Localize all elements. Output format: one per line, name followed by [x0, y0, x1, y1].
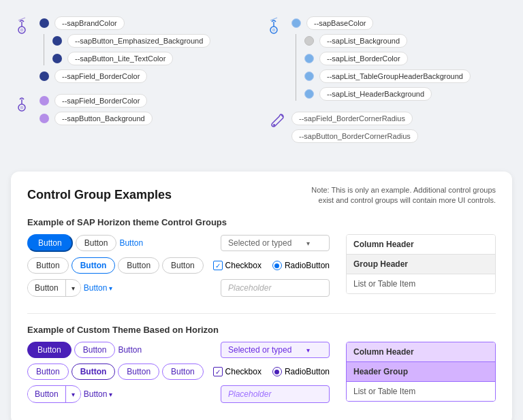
custom-section: Example of Custom Theme Based on Horizon… — [27, 325, 496, 408]
paint-icon-2 — [16, 94, 35, 113]
dot-btn-bg2 — [39, 114, 49, 123]
color-item-header-bg: --sapList_HeaderBackground — [304, 87, 471, 101]
paint-icon — [16, 16, 35, 35]
label-emphasized-bg: --sapButton_Emphasized_Background — [67, 34, 210, 48]
dropdown-arrow: ▾ — [306, 240, 310, 247]
custom-radio-button[interactable] — [272, 367, 282, 376]
color-item-brand: --sapBrandColor — [39, 16, 210, 30]
color-item-list-bg: --sapList_Background — [304, 34, 471, 48]
label-btn-bg2: --sapButton_Background — [54, 112, 153, 125]
horizon-btn-r2-2[interactable]: Button — [72, 257, 116, 274]
color-item-lite-text: --sapButton_Lite_TextColor — [52, 52, 210, 65]
custom-btn-row-2: Button Button Button Button ✓ Checkbox — [27, 364, 330, 380]
horizon-group-header: Group Header — [347, 255, 495, 274]
color-item-field-radius: --sapField_BorderCornerRadius — [291, 112, 418, 125]
custom-radio-label: RadioButton — [285, 367, 330, 376]
dot-emphasized-bg — [52, 36, 62, 46]
dot-base — [291, 18, 301, 28]
custom-btn-row-1: Button Button Button Selected or typed ▾ — [27, 342, 330, 358]
custom-dropdown-arrow: ▾ — [306, 346, 310, 354]
horizon-section: Example of SAP Horizon theme Control Gro… — [27, 217, 496, 302]
color-column-right: --sapBaseColor --sapList_Background --sa… — [268, 16, 507, 147]
custom-split-btn[interactable]: Button ▾ — [27, 385, 81, 403]
dot-list-bg — [304, 36, 314, 46]
radio-label: RadioButton — [285, 261, 330, 270]
split-arrow-icon[interactable]: ▾ — [66, 282, 80, 295]
dot-field-border2 — [39, 96, 49, 106]
custom-checkbox-label: Checkbox — [225, 367, 262, 376]
label-list-border: --sapList_BorderColor — [319, 52, 408, 65]
custom-placeholder-input[interactable]: Placeholder — [221, 385, 330, 403]
horizon-table: Column Header Group Header List or Table… — [346, 234, 496, 294]
wrench-icon — [268, 112, 287, 131]
custom-btn-outline-1[interactable]: Button — [74, 342, 116, 358]
custom-text-btn-arrow: ▾ — [109, 391, 112, 398]
dot-lite-text — [52, 54, 62, 63]
custom-btn-text-2[interactable]: Button ▾ — [84, 389, 113, 399]
horizon-btn-primary[interactable]: Button — [27, 234, 73, 252]
color-item-base: --sapBaseColor — [291, 16, 471, 30]
horizon-table-panel: Column Header Group Header List or Table… — [346, 234, 496, 302]
custom-btn-text-1[interactable]: Button — [118, 345, 142, 355]
color-item-emphasized-bg: --sapButton_Emphasized_Background — [52, 34, 210, 48]
note-text: Note: This is only an example. Additiona… — [305, 185, 496, 206]
custom-btn-r2-1[interactable]: Button — [27, 364, 69, 380]
horizon-section-title: Example of SAP Horizon theme Control Gro… — [27, 217, 496, 227]
split-btn-label[interactable]: Button — [28, 280, 65, 295]
custom-section-title: Example of Custom Theme Based on Horizon — [27, 325, 496, 335]
label-field-border2: --sapField_BorderColor — [54, 94, 147, 108]
label-field-radius: --sapField_BorderCornerRadius — [291, 112, 413, 125]
custom-btn-r2-2[interactable]: Button — [72, 364, 116, 380]
horizon-btn-text-2[interactable]: Button ▾ — [84, 283, 113, 293]
main-card: Control Group Examples Note: This is onl… — [11, 172, 512, 420]
check-icon: ✓ — [215, 262, 221, 270]
horizon-btn-text-1[interactable]: Button — [119, 238, 143, 248]
card-title: Control Group Examples — [27, 188, 172, 202]
custom-split-arrow-icon[interactable]: ▾ — [66, 388, 80, 401]
custom-split-label[interactable]: Button — [28, 387, 65, 402]
horizon-dropdown[interactable]: Selected or typed ▾ — [221, 235, 330, 251]
checkbox-label: Checkbox — [225, 261, 262, 270]
section-divider — [27, 313, 496, 314]
dot-header-bg — [304, 89, 314, 99]
paint-icon-3 — [268, 16, 287, 35]
horizon-split-btn[interactable]: Button ▾ — [27, 279, 81, 297]
custom-layout: Button Button Button Selected or typed ▾… — [27, 342, 496, 408]
custom-btn-row-3: Button ▾ Button ▾ Placeholder — [27, 385, 330, 403]
horizon-placeholder-input[interactable]: Placeholder — [221, 279, 330, 297]
custom-table-panel: Column Header Header Group List or Table… — [346, 342, 496, 408]
horizon-checkbox-row: ✓ Checkbox RadioButton — [213, 261, 330, 270]
custom-controls-left: Button Button Button Selected or typed ▾… — [27, 342, 330, 408]
label-btn-radius: --sapButton_BorderCornerRadius — [291, 129, 418, 143]
custom-table: Column Header Header Group List or Table… — [346, 342, 496, 402]
horizon-btn-r2-1[interactable]: Button — [27, 257, 69, 274]
svg-point-6 — [273, 124, 275, 126]
checkbox-box[interactable]: ✓ — [213, 261, 223, 270]
horizon-list-item: List or Table Item — [347, 274, 495, 293]
label-table-group-bg: --sapList_TableGroupHeaderBackground — [319, 69, 471, 83]
horizon-checkbox: ✓ Checkbox — [213, 261, 262, 270]
custom-btn-primary[interactable]: Button — [27, 342, 72, 358]
horizon-btn-row-3: Button ▾ Button ▾ Placeholder — [27, 279, 330, 297]
label-base: --sapBaseColor — [306, 16, 373, 30]
custom-checkbox: ✓ Checkbox — [213, 367, 262, 376]
radio-button[interactable] — [272, 261, 282, 270]
label-lite-text: --sapButton_Lite_TextColor — [67, 52, 173, 65]
horizon-btn-r2-3[interactable]: Button — [118, 257, 159, 274]
svg-point-5 — [272, 29, 276, 32]
custom-btn-r2-4[interactable]: Button — [162, 364, 204, 380]
custom-checkbox-box[interactable]: ✓ — [213, 367, 223, 376]
custom-dropdown[interactable]: Selected or typed ▾ — [221, 342, 330, 358]
text-btn-arrow: ▾ — [109, 285, 112, 292]
horizon-radio: RadioButton — [272, 261, 330, 270]
custom-radio: RadioButton — [272, 367, 330, 376]
horizon-col-header: Column Header — [347, 235, 495, 255]
color-item-field-border1: --sapField_BorderColor — [39, 69, 210, 83]
custom-btn-r2-3[interactable]: Button — [118, 364, 159, 380]
color-item-table-group-bg: --sapList_TableGroupHeaderBackground — [304, 69, 471, 83]
dot-brand — [39, 18, 49, 28]
horizon-btn-outline-1[interactable]: Button — [76, 235, 117, 251]
label-header-bg: --sapList_HeaderBackground — [319, 87, 432, 101]
radio-inner — [274, 263, 279, 268]
horizon-btn-r2-4[interactable]: Button — [162, 257, 204, 274]
